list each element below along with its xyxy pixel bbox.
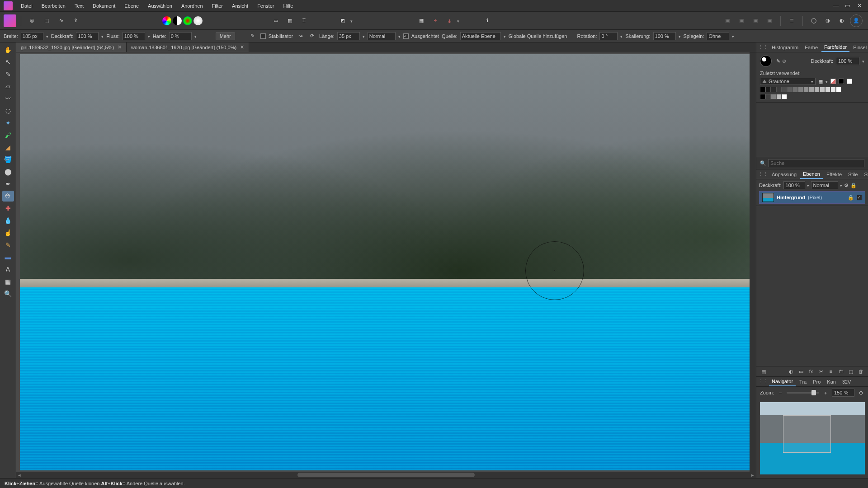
chevron-down-icon[interactable] xyxy=(148,33,150,39)
merge-icon[interactable]: ≡ xyxy=(827,368,835,375)
swatch[interactable] xyxy=(776,94,782,99)
pressure-size-icon[interactable]: ✎ xyxy=(248,31,258,41)
close-button[interactable]: ✕ xyxy=(856,3,863,9)
chevron-down-icon[interactable] xyxy=(457,18,459,23)
blend-select[interactable] xyxy=(368,32,396,40)
new-pixel-layer-icon[interactable]: ▢ xyxy=(847,368,854,375)
marquee-icon[interactable]: ▭ xyxy=(269,14,282,27)
snap-icon[interactable]: ⌖ xyxy=(429,14,442,27)
aligned-checkbox[interactable] xyxy=(403,33,409,39)
text-tool[interactable]: A xyxy=(2,264,14,275)
menu-fenster[interactable]: Fenster xyxy=(253,1,278,10)
chevron-down-icon[interactable] xyxy=(101,33,104,39)
layer-item[interactable]: Hintergrund (Pixel) 🔒 xyxy=(759,191,865,204)
tab-protocol[interactable]: Pro xyxy=(810,378,823,386)
tab-color[interactable]: Farbe xyxy=(802,43,821,52)
swatch[interactable] xyxy=(771,94,776,99)
doc-tab-2[interactable]: woman-1836601_1920.jpg [Geändert] (150,0… xyxy=(127,42,249,52)
chevron-down-icon[interactable] xyxy=(732,33,734,39)
crop-layer-icon[interactable]: ✂ xyxy=(817,368,825,375)
mesh-tool[interactable]: ▦ xyxy=(2,276,14,287)
chevron-down-icon[interactable] xyxy=(807,183,809,188)
delete-layer-icon[interactable]: 🗑 xyxy=(857,368,864,375)
opacity-input[interactable] xyxy=(76,32,99,40)
color-wheel-icon[interactable] xyxy=(162,16,171,25)
swatch[interactable] xyxy=(809,87,814,92)
fill-tool[interactable]: 🪣 xyxy=(2,154,14,165)
swatch[interactable] xyxy=(771,87,776,92)
tab-32v[interactable]: 32V xyxy=(840,378,854,386)
swatch-opacity-input[interactable] xyxy=(836,57,859,65)
none-swatch-icon[interactable]: ⊘ xyxy=(782,58,786,64)
rgb-circle-icon[interactable] xyxy=(183,16,192,25)
text-cursor-icon[interactable]: Ꮖ xyxy=(297,14,310,27)
navigator-thumbnail[interactable] xyxy=(760,402,865,474)
account-icon[interactable]: 👤 xyxy=(850,14,863,27)
rope-mode-icon[interactable]: ↝ xyxy=(296,32,305,41)
length-input[interactable] xyxy=(337,32,360,40)
color-picker-tool[interactable]: ✎ xyxy=(2,69,14,80)
window-mode-icon[interactable]: ⟳ xyxy=(307,32,316,41)
layer-blend-select[interactable] xyxy=(811,181,838,189)
quickmask-icon[interactable]: ◩ xyxy=(336,14,349,27)
paint-brush-tool[interactable]: 🖌 xyxy=(2,130,14,141)
width-input[interactable] xyxy=(21,32,43,40)
move-tool[interactable]: ↖ xyxy=(2,56,14,67)
menu-ebene[interactable]: Ebene xyxy=(120,1,143,10)
chevron-down-icon[interactable] xyxy=(620,33,623,39)
arrange-icon[interactable]: ≣ xyxy=(785,14,798,27)
chevron-down-icon[interactable] xyxy=(398,33,401,39)
mirror-select[interactable] xyxy=(707,32,729,40)
swatch[interactable] xyxy=(776,87,782,92)
chevron-down-icon[interactable] xyxy=(811,79,813,84)
chevron-down-icon[interactable] xyxy=(840,183,842,188)
maximize-button[interactable]: ▭ xyxy=(844,3,851,9)
tab-navigator[interactable]: Navigator xyxy=(769,377,796,386)
align-top-icon[interactable]: ▣ xyxy=(763,14,776,27)
add-adjustment-icon[interactable]: ◐ xyxy=(788,368,795,375)
vertical-scrollbar[interactable] xyxy=(750,52,756,472)
menu-anordnen[interactable]: Anordnen xyxy=(177,1,208,10)
foreground-background-swatch[interactable] xyxy=(760,55,772,67)
smudge-tool[interactable]: ☝ xyxy=(2,227,14,238)
tab-channels[interactable]: Kan xyxy=(824,378,839,386)
tab-effects[interactable]: Effekte xyxy=(824,170,844,178)
erase-tool[interactable]: ◢ xyxy=(2,142,14,153)
current-fill-swatch[interactable] xyxy=(839,79,844,84)
add-swatch-icon[interactable] xyxy=(830,79,836,84)
equalizer-icon[interactable]: ∿ xyxy=(55,14,67,27)
scroll-right-icon[interactable]: ▸ xyxy=(750,472,756,478)
swatch[interactable] xyxy=(798,87,803,92)
doc-tab-1[interactable]: girl-1869532_1920.jpg [Geändert] (64,5%)… xyxy=(16,42,127,52)
add-global-source-button[interactable]: Globale Quelle hinzufügen xyxy=(509,33,567,39)
chevron-down-icon[interactable] xyxy=(194,33,197,39)
zoom-out-icon[interactable]: − xyxy=(777,389,784,396)
subtract-icon[interactable]: ◑ xyxy=(821,14,834,27)
tab-styles[interactable]: Stile xyxy=(845,170,860,178)
close-icon[interactable]: ✕ xyxy=(118,44,122,50)
rectangle-tool[interactable]: ▬ xyxy=(2,252,14,263)
tab-adjustment[interactable]: Anpassung xyxy=(769,170,799,178)
tab-brushes[interactable]: Pinsel xyxy=(850,43,868,52)
align-center-icon[interactable]: ▣ xyxy=(735,14,748,27)
scale-input[interactable] xyxy=(653,32,676,40)
chevron-down-icon[interactable] xyxy=(46,33,48,39)
gear-icon[interactable]: ⚙ xyxy=(844,183,849,188)
rotation-input[interactable] xyxy=(599,32,618,40)
scroll-left-icon[interactable]: ◂ xyxy=(16,472,23,478)
swatch[interactable] xyxy=(814,87,820,92)
menu-dokument[interactable]: Dokument xyxy=(88,1,120,10)
tab-layers[interactable]: Ebenen xyxy=(800,170,823,179)
zoom-input[interactable] xyxy=(832,389,854,397)
tab-swatches[interactable]: Farbfelder xyxy=(821,43,849,52)
add-layer-icon[interactable]: ▭ xyxy=(797,368,805,375)
clone-tool[interactable]: ⛑ xyxy=(2,191,14,202)
source-select[interactable] xyxy=(460,32,501,40)
blur-tool[interactable]: 💧 xyxy=(2,215,14,226)
bw-circle-icon[interactable] xyxy=(173,16,182,25)
zoom-target-icon[interactable]: ⊕ xyxy=(857,389,864,396)
menu-filter[interactable]: Filter xyxy=(208,1,227,10)
swatch[interactable] xyxy=(782,87,787,92)
align-left-icon[interactable]: ▣ xyxy=(721,14,734,27)
info-icon[interactable]: ℹ xyxy=(481,14,494,27)
